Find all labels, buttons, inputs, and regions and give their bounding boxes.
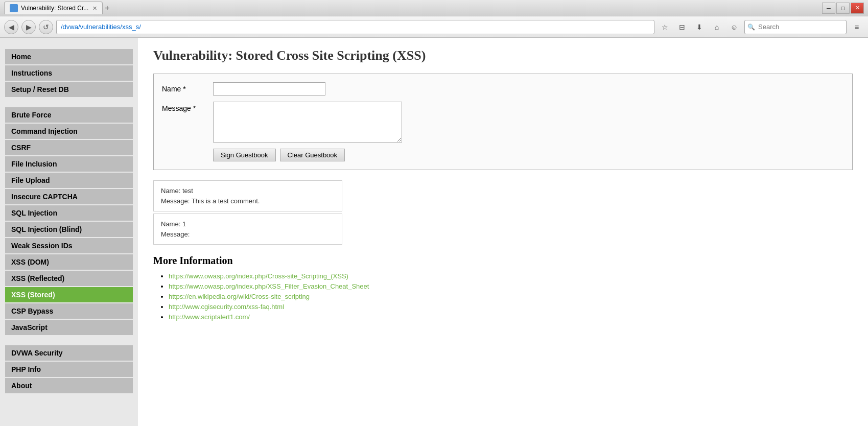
comment-message: Message: [161,229,335,240]
new-tab-button[interactable]: + [105,4,109,13]
list-item: https://www.owasp.org/index.php/Cross-si… [169,272,853,280]
sidebar-item-weak-session-ids[interactable]: Weak Session IDs [5,238,133,253]
message-textarea[interactable] [213,102,402,143]
name-label: Name * [162,82,213,93]
more-info-link[interactable]: http://www.cgisecurity.com/xss-faq.html [169,303,284,311]
message-row: Message * [162,102,844,143]
menu-icon[interactable]: ≡ [850,20,864,34]
list-item: https://www.owasp.org/index.php/XSS_Filt… [169,282,853,290]
sidebar-item-sql-injection-blind[interactable]: SQL Injection (Blind) [5,222,133,237]
sidebar-item-file-upload[interactable]: File Upload [5,173,133,188]
home-icon[interactable]: ⌂ [710,20,724,34]
sidebar-item-instructions[interactable]: Instructions [5,65,133,81]
list-item: http://www.cgisecurity.com/xss-faq.html [169,302,853,311]
clear-guestbook-button[interactable]: Clear Guestbook [280,149,345,161]
user-icon[interactable]: ☺ [727,20,741,34]
tab-title: Vulnerability: Stored Cr... [21,5,88,12]
address-bar[interactable]: /dvwa/vulnerabilities/xss_s/ [56,20,654,34]
sidebar-item-xss-reflected[interactable]: XSS (Reflected) [5,271,133,286]
page-title: Vulnerability: Stored Cross Site Scripti… [153,48,853,63]
sidebar-bottom-nav: DVWA SecurityPHP InfoAbout [0,345,138,393]
message-label: Message * [162,102,213,112]
more-info-links: https://www.owasp.org/index.php/Cross-si… [153,272,853,321]
close-button[interactable]: ✕ [851,3,864,14]
sidebar-item-brute-force[interactable]: Brute Force [5,107,133,123]
sidebar-item-csrf[interactable]: CSRF [5,140,133,155]
sidebar-vuln-nav: Brute ForceCommand InjectionCSRFFile Inc… [0,107,138,335]
browser-titlebar: Vulnerability: Stored Cr... ✕ + ─ □ ✕ [0,0,868,16]
sidebar-item-xss-stored[interactable]: XSS (Stored) [5,287,133,302]
back-button[interactable]: ◀ [4,20,18,34]
forward-button[interactable]: ▶ [21,20,36,34]
sidebar-top-nav: HomeInstructionsSetup / Reset DB [0,49,138,97]
search-icon: 🔍 [747,23,755,31]
sidebar-item-javascript[interactable]: JavaScript [5,320,133,335]
minimize-button[interactable]: ─ [822,3,835,14]
guestbook-form: Name * Message * Sign Guestbook Clear Gu… [153,74,853,170]
sidebar-item-sql-injection[interactable]: SQL Injection [5,205,133,221]
comment-entry: Name: testMessage: This is a test commen… [153,180,342,211]
favicon-icon [10,4,18,12]
comments-container: Name: testMessage: This is a test commen… [153,180,853,245]
sidebar-item-file-inclusion[interactable]: File Inclusion [5,156,133,172]
browser-tab[interactable]: Vulnerability: Stored Cr... ✕ [4,2,103,14]
sidebar-item-insecure-captcha[interactable]: Insecure CAPTCHA [5,189,133,204]
comment-name: Name: test [161,186,335,196]
list-item: https://en.wikipedia.org/wiki/Cross-site… [169,292,853,300]
more-info-link[interactable]: https://www.owasp.org/index.php/Cross-si… [169,272,348,280]
browser-navbar: ◀ ▶ ↺ /dvwa/vulnerabilities/xss_s/ ☆ ⊟ ⬇… [0,16,868,38]
name-input[interactable] [213,82,325,96]
sign-guestbook-button[interactable]: Sign Guestbook [213,149,276,161]
sidebar-item-home[interactable]: Home [5,49,133,64]
sidebar-item-dvwa-security[interactable]: DVWA Security [5,345,133,361]
search-container[interactable]: 🔍 [744,20,847,34]
sidebar-item-command-injection[interactable]: Command Injection [5,124,133,139]
more-info-link[interactable]: http://www.scriptalert1.com/ [169,313,250,321]
window-controls: ─ □ ✕ [822,3,864,14]
download-icon[interactable]: ⬇ [692,20,707,34]
sidebar-item-about[interactable]: About [5,378,133,393]
more-info-link[interactable]: https://www.owasp.org/index.php/XSS_Filt… [169,282,369,290]
sidebar-item-csp-bypass[interactable]: CSP Bypass [5,303,133,319]
main-content: Vulnerability: Stored Cross Site Scripti… [138,38,868,426]
comment-message: Message: This is a test comment. [161,196,335,206]
more-info-section: More Information https://www.owasp.org/i… [153,255,853,321]
page-wrapper: HomeInstructionsSetup / Reset DB Brute F… [0,38,868,426]
comment-name: Name: 1 [161,219,335,229]
more-info-link[interactable]: https://en.wikipedia.org/wiki/Cross-site… [169,293,310,300]
tab-close-button[interactable]: ✕ [92,5,97,12]
name-row: Name * [162,82,844,96]
list-item: http://www.scriptalert1.com/ [169,313,853,321]
bookmark-list-icon[interactable]: ⊟ [675,20,689,34]
sidebar-item-php-info[interactable]: PHP Info [5,362,133,377]
url-display: /dvwa/vulnerabilities/xss_s/ [61,23,141,31]
comment-entry: Name: 1Message: [153,214,342,245]
form-buttons: Sign Guestbook Clear Guestbook [162,149,844,161]
sidebar-item-xss-dom[interactable]: XSS (DOM) [5,254,133,270]
maximize-button[interactable]: □ [836,3,850,14]
sidebar: HomeInstructionsSetup / Reset DB Brute F… [0,38,138,426]
bookmark-star-icon[interactable]: ☆ [658,20,672,34]
more-info-title: More Information [153,255,853,267]
sidebar-item-setup-reset-db[interactable]: Setup / Reset DB [5,82,133,97]
refresh-button[interactable]: ↺ [39,20,53,34]
search-input[interactable] [744,20,847,34]
